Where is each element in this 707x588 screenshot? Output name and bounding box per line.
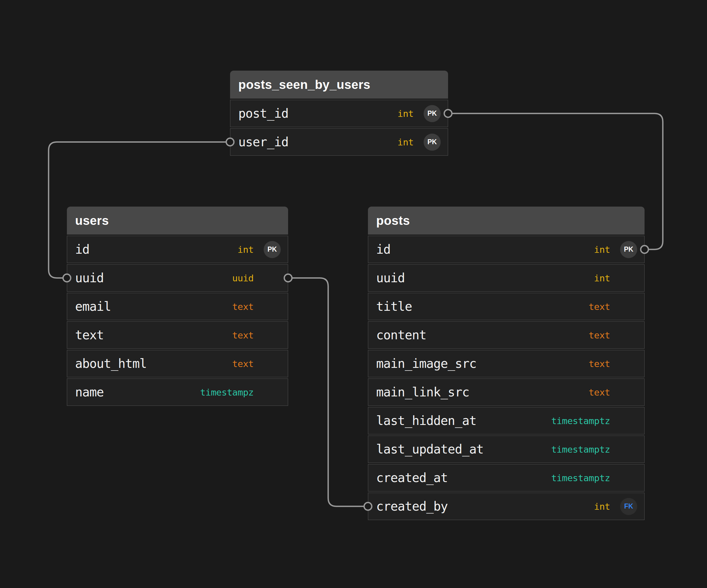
column-name: created_at (376, 471, 551, 485)
column-row-posts-main_image_src[interactable]: main_image_src text (368, 350, 644, 377)
table-header[interactable]: users (67, 207, 288, 234)
column-row-posts-last_updated_at[interactable]: last_updated_at timestamptz (368, 436, 644, 463)
column-type: int (398, 108, 414, 119)
column-name: post_id (238, 106, 398, 121)
column-type: text (232, 359, 254, 369)
erd-canvas: posts_seen_by_users post_id int PK user_… (0, 0, 707, 588)
column-name: user_id (238, 135, 398, 149)
column-type: timestamptz (551, 473, 610, 483)
column-type: text (588, 330, 610, 340)
column-type: int (594, 501, 610, 512)
column-type: timestamptz (551, 415, 610, 426)
column-type: text (588, 301, 610, 312)
column-row-posts-id[interactable]: id int PK (368, 236, 644, 263)
table-title: posts_seen_by_users (238, 78, 370, 92)
erd-table-posts_seen_by_users[interactable]: posts_seen_by_users post_id int PK user_… (230, 71, 448, 156)
table-title: users (75, 214, 109, 228)
column-type: int (594, 244, 610, 255)
table-title: posts (376, 214, 410, 228)
column-row-posts_seen_by_users-post_id[interactable]: post_id int PK (230, 100, 448, 127)
column-type: timestamptz (551, 444, 610, 455)
column-row-posts-title[interactable]: title text (368, 293, 644, 320)
column-row-posts-content[interactable]: content text (368, 321, 644, 349)
column-name: last_hidden_at (376, 413, 551, 428)
column-name: main_link_src (376, 385, 588, 399)
column-name: id (75, 242, 238, 257)
column-row-posts-created_at[interactable]: created_at timestamptz (368, 464, 644, 491)
pk-badge: PK (424, 105, 441, 122)
column-row-posts-last_hidden_at[interactable]: last_hidden_at timestamptz (368, 407, 644, 434)
column-type: text (232, 301, 254, 312)
column-name: uuid (75, 271, 232, 285)
fk-badge: FK (620, 498, 637, 515)
column-name: email (75, 299, 232, 314)
column-row-posts-main_link_src[interactable]: main_link_src text (368, 378, 644, 406)
column-name: last_updated_at (376, 442, 551, 456)
erd-table-users[interactable]: users id int PK uuid uuid email text tex… (67, 207, 288, 406)
column-row-users-id[interactable]: id int PK (67, 236, 288, 263)
column-type: int (398, 137, 414, 147)
column-row-users-email[interactable]: email text (67, 293, 288, 320)
column-type: timestampz (200, 387, 254, 398)
column-name: main_image_src (376, 356, 588, 371)
column-type: int (238, 244, 254, 255)
pk-badge: PK (264, 241, 281, 258)
column-name: uuid (376, 271, 594, 285)
pk-badge: PK (424, 134, 441, 151)
column-row-users-about_html[interactable]: about_html text (67, 350, 288, 377)
column-row-users-text[interactable]: text text (67, 321, 288, 349)
column-name: id (376, 242, 594, 257)
column-name: title (376, 299, 588, 314)
column-name: about_html (75, 356, 232, 371)
column-name: created_by (376, 499, 594, 514)
table-header[interactable]: posts (368, 207, 644, 234)
column-name: name (75, 385, 200, 399)
column-row-posts-created_by[interactable]: created_by int FK (368, 493, 644, 520)
pk-badge: PK (620, 241, 637, 258)
column-type: text (588, 359, 610, 369)
column-type: int (594, 273, 610, 284)
column-row-posts-uuid[interactable]: uuid int (368, 264, 644, 292)
column-row-posts_seen_by_users-user_id[interactable]: user_id int PK (230, 128, 448, 156)
column-name: text (75, 328, 232, 342)
column-type: uuid (232, 273, 254, 284)
column-row-users-uuid[interactable]: uuid uuid (67, 264, 288, 292)
column-type: text (232, 330, 254, 340)
column-type: text (588, 387, 610, 398)
column-name: content (376, 328, 588, 342)
erd-table-posts[interactable]: posts id int PK uuid int title text cont… (368, 207, 644, 520)
table-header[interactable]: posts_seen_by_users (230, 71, 448, 99)
column-row-users-name[interactable]: name timestampz (67, 378, 288, 406)
relationship-line-users.uuid-to-posts.created_by[interactable] (292, 278, 364, 507)
